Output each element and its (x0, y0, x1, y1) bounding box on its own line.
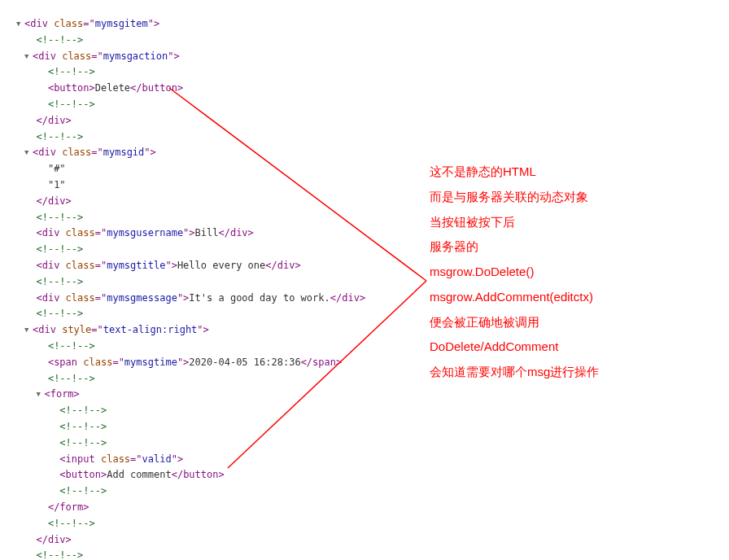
dom-line[interactable]: ▼ <div class="mymsgtitle">Hello every on… (16, 258, 729, 274)
annotation-line: msgrow.DoDelete() (430, 260, 599, 285)
dom-line[interactable]: ▼ <!--!--> (16, 242, 729, 258)
dom-line[interactable]: ▼ <input class="valid"> (16, 452, 729, 468)
annotation-line: 便会被正确地被调用 (430, 310, 599, 335)
expand-toggle-icon[interactable]: ▼ (24, 324, 33, 336)
dom-line[interactable]: ▼ </div> (16, 113, 729, 129)
annotation-line: 这不是静态的HTML (430, 160, 599, 185)
dom-line[interactable]: ▼ <!--!--> (16, 483, 729, 500)
annotation-text-block: 这不是静态的HTML 而是与服务器关联的动态对象 当按钮被按下后 服务器的 ms… (430, 160, 599, 385)
devtools-dom-tree: ▼<div class="mymsgitem"> ▼ <!--!--> ▼▼<d… (0, 0, 729, 560)
dom-line[interactable]: ▼ <span class="mymsgtime">2020-04-05 16:… (16, 355, 729, 371)
dom-line[interactable]: ▼ "#" (16, 161, 729, 177)
annotation-line: msgrow.AddComment(editctx) (430, 285, 599, 310)
dom-line[interactable]: ▼ <div class="mymsgmessage">It's a good … (16, 291, 729, 307)
dom-line[interactable]: ▼ "1" (16, 177, 729, 194)
dom-line[interactable]: ▼ <!--!--> (16, 64, 729, 81)
dom-line[interactable]: ▼ </form> (16, 500, 729, 516)
dom-line[interactable]: ▼ <!--!--> (16, 371, 729, 387)
dom-line[interactable]: ▼ </div> (16, 532, 729, 549)
dom-line[interactable]: ▼ </div> (16, 194, 729, 210)
dom-line[interactable]: ▼ <!--!--> (16, 33, 729, 49)
dom-line[interactable]: ▼ <!--!--> (16, 403, 729, 419)
dom-line[interactable]: ▼ ▼<form> (16, 387, 729, 403)
expand-toggle-icon[interactable]: ▼ (24, 147, 33, 159)
annotation-line: 而是与服务器关联的动态对象 (430, 185, 599, 210)
expand-toggle-icon[interactable]: ▼ (16, 18, 24, 30)
dom-line[interactable]: ▼<div class="mymsgitem"> (16, 16, 729, 33)
dom-line[interactable]: ▼ <!--!--> (16, 129, 729, 146)
dom-line[interactable]: ▼ <!--!--> (16, 210, 729, 226)
dom-line[interactable]: ▼ <!--!--> (16, 339, 729, 355)
dom-line[interactable]: ▼ <!--!--> (16, 419, 729, 435)
expand-toggle-icon[interactable]: ▼ (24, 50, 33, 63)
annotation-line: DoDelete/AddComment (430, 335, 599, 360)
dom-line[interactable]: ▼ <!--!--> (16, 274, 729, 291)
annotation-line: 服务器的 (430, 234, 599, 260)
dom-line[interactable]: ▼ <div class="mymsgusername">Bill</div> (16, 225, 729, 242)
dom-line[interactable]: ▼ <!--!--> (16, 97, 729, 113)
dom-line-addcomment-button[interactable]: ▼ <button>Add comment</button> (16, 467, 729, 483)
dom-line[interactable]: ▼ <!--!--> (16, 516, 729, 532)
dom-line[interactable]: ▼ <!--!--> (16, 548, 729, 560)
dom-line[interactable]: ▼ <!--!--> (16, 306, 729, 322)
dom-line[interactable]: ▼▼<div style="text-align:right"> (16, 322, 729, 339)
annotation-line: 当按钮被按下后 (430, 210, 599, 235)
annotation-line: 会知道需要对哪个msg进行操作 (430, 360, 599, 385)
expand-toggle-icon[interactable]: ▼ (36, 388, 44, 400)
dom-line[interactable]: ▼▼<div class="mymsgaction"> (16, 49, 729, 65)
dom-line[interactable]: ▼▼<div class="mymsgid"> (16, 145, 729, 161)
dom-line[interactable]: ▼ <!--!--> (16, 435, 729, 452)
dom-line-delete-button[interactable]: ▼ <button>Delete</button> (16, 81, 729, 97)
